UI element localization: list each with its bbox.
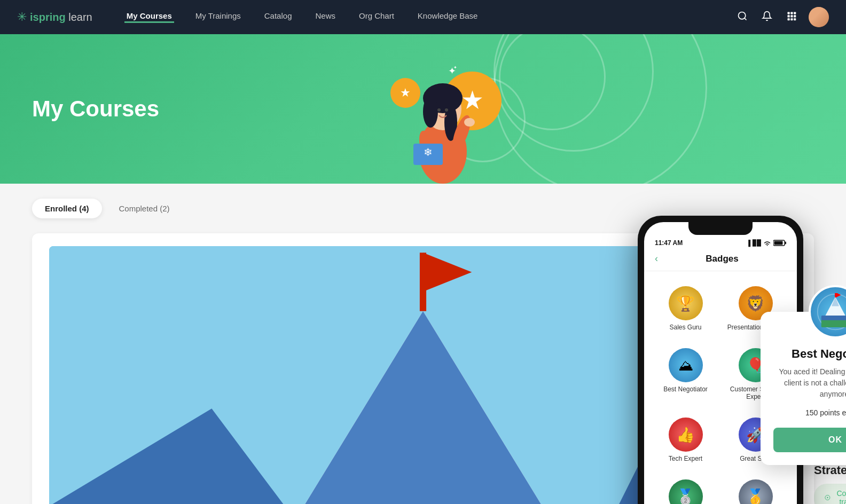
user-avatar[interactable] <box>809 7 829 27</box>
popup-badge-illustration <box>817 293 846 330</box>
continue-training-button[interactable]: Continue training <box>814 484 846 504</box>
svg-text:★: ★ <box>400 86 411 99</box>
search-button[interactable] <box>735 9 750 26</box>
notifications-button[interactable] <box>759 9 774 26</box>
svg-text:★: ★ <box>461 86 484 114</box>
phone-badges-title: Badges <box>658 254 786 264</box>
status-time: 11:47 AM <box>655 239 683 247</box>
svg-rect-5 <box>790 15 793 17</box>
nav-my-courses[interactable]: My Courses <box>124 11 174 23</box>
svg-text:✦: ✦ <box>453 65 457 70</box>
signal-icon: ▌▊▉ <box>748 240 761 247</box>
svg-point-23 <box>437 108 441 112</box>
battery-icon <box>773 240 786 246</box>
badge-item-negotiator[interactable]: ⛰ Best Negotiator <box>653 342 718 407</box>
phone-header: ‹ Badges <box>644 249 797 271</box>
content-area: Enrolled (4) Completed (2) Last viewed M… <box>0 184 846 504</box>
nav-knowledge-base[interactable]: Knowledge Base <box>416 11 480 23</box>
wifi-icon <box>763 240 771 246</box>
tab-enrolled[interactable]: Enrolled (4) <box>32 199 102 218</box>
svg-point-21 <box>423 96 438 128</box>
svg-rect-8 <box>790 18 793 20</box>
continue-button-label: Continue training <box>835 489 846 504</box>
hero-banner: My Courses ★ ✦ ✦ ✦ ★ <box>0 34 846 184</box>
svg-rect-6 <box>794 15 796 17</box>
nav-my-trainings[interactable]: My Trainings <box>193 11 243 23</box>
badge-item-rising-star[interactable]: 🥈 Rising Star <box>653 473 718 504</box>
badge-icon-top-performer: 🥇 <box>739 479 773 504</box>
nav-actions <box>735 7 829 27</box>
status-bar: 11:47 AM ▌▊▉ <box>644 235 797 249</box>
navbar: ✳ ispring learn My Courses My Trainings … <box>0 0 846 34</box>
svg-rect-44 <box>785 242 786 245</box>
svg-rect-9 <box>794 18 796 20</box>
logo[interactable]: ✳ ispring learn <box>17 10 92 24</box>
avatar-image <box>809 7 829 27</box>
hero-character: ★ ✦ ✦ ✦ ★ <box>344 45 526 184</box>
svg-rect-4 <box>788 15 790 17</box>
badge-icon-tech: 👍 <box>669 418 703 452</box>
popup-points: 150 points earned <box>773 408 846 417</box>
logo-brand: ispring <box>30 11 66 23</box>
badge-popup: Best Negotiator You aced it! Dealing wit… <box>761 312 846 465</box>
nav-catalog[interactable]: Catalog <box>262 11 294 23</box>
svg-point-29 <box>464 118 475 127</box>
popup-badge-icon <box>809 285 846 338</box>
badge-item-tech[interactable]: 👍 Tech Expert <box>653 411 718 469</box>
svg-point-0 <box>739 12 746 19</box>
svg-rect-1 <box>788 12 790 14</box>
status-icons: ▌▊▉ <box>748 240 786 247</box>
badge-item-sales-guru[interactable]: 🏆 Sales Guru <box>653 280 718 337</box>
svg-text:❄: ❄ <box>424 146 433 158</box>
nav-links: My Courses My Trainings Catalog News Org… <box>124 11 735 23</box>
grid-button[interactable] <box>784 9 799 26</box>
badge-item-top-performer[interactable]: 🥇 Top Performer <box>723 473 788 504</box>
popup-description: You aced it! Dealing with an angry clien… <box>773 366 846 400</box>
grid-icon <box>786 11 797 21</box>
svg-rect-3 <box>794 12 796 14</box>
logo-product: learn <box>68 11 92 23</box>
svg-rect-2 <box>790 12 793 14</box>
logo-icon: ✳ <box>17 10 27 24</box>
hero-illustration: ★ ✦ ✦ ✦ ★ <box>344 45 526 184</box>
nav-org-chart[interactable]: Org Chart <box>357 11 396 23</box>
popup-ok-button[interactable]: OK <box>773 428 846 452</box>
nav-news[interactable]: News <box>313 11 338 23</box>
phone-notch <box>688 222 753 235</box>
svg-rect-50 <box>821 316 846 320</box>
search-icon <box>737 11 748 21</box>
badge-label-tech: Tech Expert <box>669 455 702 462</box>
svg-marker-40 <box>827 497 828 499</box>
svg-point-24 <box>445 108 448 112</box>
bell-icon <box>762 11 772 21</box>
logo-text: ispring learn <box>30 11 92 23</box>
hero-ring-3 <box>494 34 707 184</box>
popup-title: Best Negotiator <box>773 347 846 361</box>
badge-label-sales-guru: Sales Guru <box>669 324 701 331</box>
play-icon <box>825 493 831 502</box>
badge-icon-negotiator: ⛰ <box>669 348 703 382</box>
svg-rect-7 <box>788 18 790 20</box>
hero-title: My Courses <box>32 96 159 122</box>
phone-overlay: 11:47 AM ▌▊▉ <box>638 216 803 504</box>
svg-rect-43 <box>774 241 783 245</box>
badge-icon-sales-guru: 🏆 <box>669 286 703 320</box>
tab-completed[interactable]: Completed (2) <box>106 199 183 218</box>
badge-icon-rising-star: 🥈 <box>669 479 703 504</box>
badge-label-negotiator: Best Negotiator <box>663 385 708 393</box>
